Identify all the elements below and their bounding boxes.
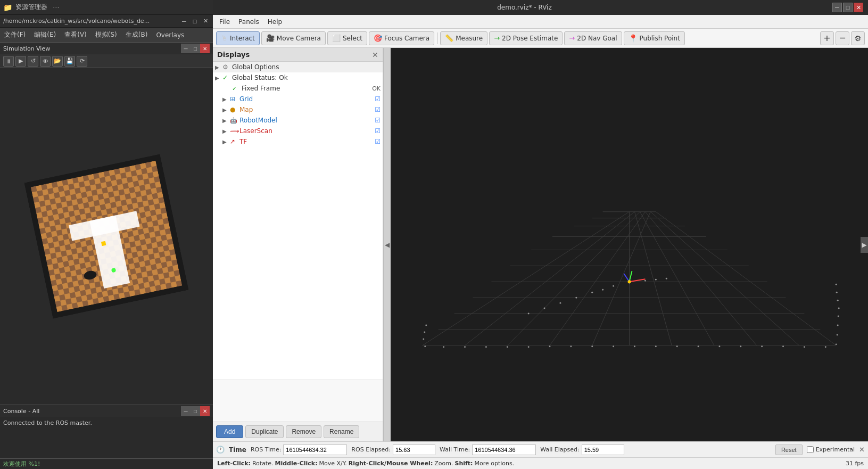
laser-scan-check[interactable]: ☑ [375,127,381,135]
svg-point-27 [507,346,508,348]
robot-model-item[interactable]: ▶ 🤖 RobotModel ☑ [213,115,383,126]
robot-model-check[interactable]: ☑ [375,117,381,124]
tf-check[interactable]: ☑ [375,138,381,145]
menu-edit-cn[interactable]: 编辑(E) [32,29,58,40]
select-label: Select [343,35,362,42]
tf-item[interactable]: ▶ ↗ TF ☑ [213,136,383,147]
svg-point-34 [655,345,657,347]
fixed-frame-label: Fixed Frame [242,85,372,92]
sim-folder-btn[interactable]: 📂 [52,56,63,67]
add-display-btn[interactable]: Add [216,425,243,438]
wall-time-input[interactable] [472,445,536,455]
wall-elapsed-input[interactable] [582,445,624,455]
grid-check[interactable]: ☑ [375,95,381,103]
grid-item[interactable]: ▶ ⊞ Grid ☑ [213,94,383,104]
collapse-right-btn[interactable]: ▶ [861,237,868,253]
svg-point-23 [424,345,426,347]
file-close-btn[interactable]: ✕ [201,17,210,26]
console-restore-btn[interactable]: □ [191,406,200,416]
middle-click-label: Middle-Click: [275,460,317,467]
focus-camera-tool[interactable]: 🎯 Focus Camera [369,31,434,45]
select-icon: ⬜ [332,34,341,42]
sim-restore-btn[interactable]: □ [191,44,200,53]
interact-icon: 🖱 [221,34,228,42]
svg-point-60 [644,280,646,282]
remove-tool-btn[interactable]: ─ [836,31,849,45]
pose-estimate-tool[interactable]: → 2D Pose Estimate [489,31,563,45]
time-reset-btn[interactable]: Reset [775,445,803,455]
sim-eye-btn[interactable]: 👁 [40,56,51,67]
rviz-minimize[interactable]: ─ [832,3,842,12]
ros-time-input[interactable] [283,445,347,455]
svg-point-26 [485,346,487,348]
add-tool-btn[interactable]: + [820,31,834,45]
focus-camera-icon: 🎯 [374,34,382,42]
measure-tool[interactable]: 📏 Measure [440,31,487,45]
sim-save-btn[interactable]: 💾 [64,56,75,67]
select-tool[interactable]: ⬜ Select [327,31,367,45]
menu-generate-cn[interactable]: 生成(B) [123,29,150,40]
sim-step-btn[interactable]: ▶ [15,56,26,67]
console-minimize-btn[interactable]: ─ [181,406,191,416]
console-close-btn[interactable]: ✕ [200,406,210,416]
sim-close-btn[interactable]: ✕ [200,44,210,53]
tf-expand[interactable]: ▶ [222,139,230,145]
duplicate-display-btn[interactable]: Duplicate [245,425,284,438]
global-options-icon: ⚙ [222,63,231,71]
file-manager-more[interactable]: ⋯ [53,4,59,11]
robot-model-label: RobotModel [239,117,375,124]
menu-file-cn[interactable]: 文件(F) [2,29,28,40]
settings-tool-btn[interactable]: ⚙ [851,31,865,45]
rename-display-btn[interactable]: Rename [324,425,359,438]
global-status-expand[interactable]: ▶ [215,75,222,81]
remove-display-btn[interactable]: Remove [286,425,321,438]
console-input-text: 欢迎使用 %1! [3,460,210,468]
menu-overlays-cn[interactable]: Overlays [154,30,186,40]
svg-point-68 [628,280,631,283]
svg-point-47 [838,308,840,309]
global-options-expand[interactable]: ▶ [215,64,222,70]
ros-elapsed-input[interactable] [393,445,435,455]
map-item[interactable]: ▶ ● Map ☑ [213,104,383,115]
simulation-view: Simulation View ─ □ ✕ ⏸ ▶ ↺ 👁 📂 💾 ⟳ [0,43,213,405]
map-expand[interactable]: ▶ [222,107,230,113]
move-camera-tool[interactable]: 🎥 Move Camera [261,31,326,45]
rviz-maximize[interactable]: □ [843,3,853,12]
publish-point-label: Publish Point [640,35,680,42]
map-check[interactable]: ☑ [375,106,381,113]
publish-point-icon: 📍 [629,34,638,43]
displays-close-btn[interactable]: ✕ [372,51,378,59]
menu-view-cn[interactable]: 查看(V) [62,29,89,40]
menu-help[interactable]: Help [264,17,285,27]
experimental-checkbox[interactable] [807,446,814,453]
measure-label: Measure [456,35,483,42]
sim-refresh-btn[interactable]: ↺ [28,56,38,67]
nav-goal-tool[interactable]: → 2D Nav Goal [564,31,622,45]
ros-time-label: ROS Time: [251,446,281,453]
displays-button-bar: Add Duplicate Remove Rename [213,422,383,441]
laser-scan-expand[interactable]: ▶ [222,128,230,134]
laser-scan-item[interactable]: ▶ ⟿ LaserScan ☑ [213,126,383,136]
publish-point-tool[interactable]: 📍 Publish Point [624,31,685,45]
sim-canvas[interactable] [0,68,213,405]
svg-point-32 [613,345,614,347]
sim-reload-btn[interactable]: ⟳ [77,56,87,67]
sim-pause-btn[interactable]: ⏸ [3,56,14,67]
collapse-displays-btn[interactable]: ◀ [383,48,391,441]
svg-point-61 [544,308,545,309]
global-status-item[interactable]: ▶ ✓ Global Status: Ok [213,72,383,83]
fixed-frame-item[interactable]: ✓ Fixed Frame OK [213,83,383,94]
viewport-3d[interactable]: ▶ [391,48,868,441]
menu-simulate-cn[interactable]: 模拟(S) [93,29,119,40]
rviz-close[interactable]: ✕ [854,3,863,12]
file-minimize-btn[interactable]: ─ [180,17,188,26]
interact-tool[interactable]: 🖱 Interact [216,31,260,45]
menu-file[interactable]: File [216,17,233,27]
grid-expand[interactable]: ▶ [222,96,230,102]
sim-minimize-btn[interactable]: ─ [181,44,191,53]
file-restore-btn[interactable]: □ [191,17,199,26]
global-options-item[interactable]: ▶ ⚙ Global Options [213,62,383,72]
robot-model-expand[interactable]: ▶ [222,118,230,124]
timebar-expand-btn[interactable]: ✕ [859,446,865,454]
menu-panels[interactable]: Panels [235,17,262,27]
